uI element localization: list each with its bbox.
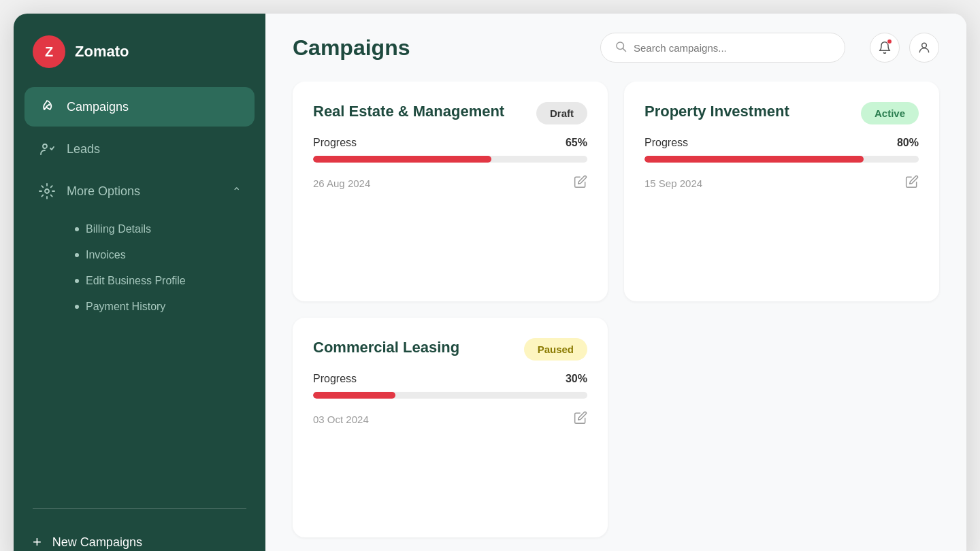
- brand-logo: Z: [33, 35, 65, 68]
- notification-button[interactable]: [870, 33, 900, 63]
- progress-bar-fill: [644, 156, 864, 163]
- campaign-card-property-investment: Property Investment Active Progress 80% …: [624, 82, 939, 301]
- edit-business-label: Edit Business Profile: [86, 275, 186, 287]
- notification-dot: [887, 39, 892, 44]
- progress-bar-bg: [313, 156, 587, 163]
- card-date: 26 Aug 2024: [313, 178, 370, 189]
- more-options-label: More Options: [67, 184, 140, 199]
- card-title: Property Investment: [644, 102, 850, 122]
- card-title: Real Estate & Management: [313, 102, 525, 122]
- progress-header: Progress 80%: [644, 137, 919, 149]
- progress-bar-bg: [644, 156, 919, 163]
- plus-icon: +: [33, 533, 42, 551]
- card-footer: 15 Sep 2024: [644, 175, 919, 191]
- submenu-dot: [75, 227, 79, 231]
- top-bar-icons: [870, 33, 939, 63]
- search-input[interactable]: [634, 42, 831, 54]
- progress-header: Progress 65%: [313, 137, 587, 149]
- top-bar: Campaigns: [265, 14, 966, 82]
- progress-section: Progress 30%: [313, 373, 587, 399]
- svg-point-5: [922, 43, 927, 48]
- search-bar[interactable]: [600, 33, 845, 63]
- progress-value: 80%: [897, 137, 919, 149]
- user-profile-button[interactable]: [909, 33, 939, 63]
- edit-campaign-button[interactable]: [905, 175, 919, 191]
- card-header: Commercial Leasing Paused: [313, 338, 587, 361]
- progress-header: Progress 30%: [313, 373, 587, 385]
- campaigns-grid: Real Estate & Management Draft Progress …: [265, 82, 966, 551]
- card-header: Property Investment Active: [644, 102, 919, 124]
- billing-details-label: Billing Details: [86, 223, 151, 235]
- progress-section: Progress 80%: [644, 137, 919, 163]
- leads-icon: [38, 140, 56, 158]
- submenu-dot: [75, 305, 79, 309]
- edit-campaign-button[interactable]: [574, 175, 587, 191]
- sidebar-header: Z Zomato: [14, 14, 265, 87]
- chevron-up-icon: ⌃: [232, 185, 241, 198]
- progress-bar-fill: [313, 392, 395, 399]
- campaign-card-real-estate: Real Estate & Management Draft Progress …: [293, 82, 608, 301]
- sidebar-item-leads[interactable]: Leads: [24, 129, 255, 169]
- payment-history-label: Payment History: [86, 301, 165, 313]
- card-title: Commercial Leasing: [313, 338, 513, 358]
- search-icon: [615, 40, 627, 55]
- more-options-submenu: Billing Details Invoices Edit Business P…: [24, 214, 255, 322]
- campaign-card-commercial-leasing: Commercial Leasing Paused Progress 30% 0…: [293, 318, 608, 537]
- submenu-dot: [75, 253, 79, 257]
- sidebar: Z Zomato Campaigns: [14, 14, 265, 551]
- sidebar-item-more-options[interactable]: More Options ⌃: [24, 171, 255, 211]
- svg-point-0: [48, 104, 50, 106]
- invoices-label: Invoices: [86, 249, 126, 261]
- progress-bar-fill: [313, 156, 491, 163]
- rocket-icon: [38, 98, 56, 116]
- sidebar-item-campaigns[interactable]: Campaigns: [24, 87, 255, 127]
- sidebar-subitem-billing[interactable]: Billing Details: [67, 216, 255, 242]
- progress-section: Progress 65%: [313, 137, 587, 163]
- edit-campaign-button[interactable]: [574, 411, 587, 427]
- sidebar-subitem-payment-history[interactable]: Payment History: [67, 294, 255, 320]
- page-title: Campaigns: [293, 35, 410, 61]
- progress-bar-bg: [313, 392, 587, 399]
- new-campaign-button[interactable]: + New Campaigns: [14, 520, 265, 551]
- progress-value: 65%: [566, 137, 587, 149]
- svg-line-4: [623, 48, 625, 51]
- progress-label: Progress: [313, 137, 357, 149]
- submenu-dot: [75, 279, 79, 283]
- svg-point-1: [43, 144, 47, 148]
- sidebar-subitem-edit-business[interactable]: Edit Business Profile: [67, 268, 255, 294]
- card-footer: 26 Aug 2024: [313, 175, 587, 191]
- card-header: Real Estate & Management Draft: [313, 102, 587, 124]
- sidebar-item-label-leads: Leads: [67, 142, 100, 156]
- sidebar-item-label-campaigns: Campaigns: [67, 100, 129, 114]
- sidebar-subitem-invoices[interactable]: Invoices: [67, 242, 255, 268]
- new-campaign-label: New Campaigns: [52, 535, 142, 550]
- progress-label: Progress: [644, 137, 688, 149]
- nav-section: Campaigns Leads: [14, 87, 265, 497]
- status-badge: Paused: [524, 338, 587, 361]
- main-content: Campaigns: [265, 14, 966, 551]
- status-badge: Active: [861, 102, 919, 124]
- card-date: 03 Oct 2024: [313, 414, 369, 425]
- progress-value: 30%: [566, 373, 587, 385]
- card-date: 15 Sep 2024: [644, 178, 702, 189]
- progress-label: Progress: [313, 373, 357, 385]
- svg-point-2: [45, 189, 49, 193]
- status-badge: Draft: [536, 102, 587, 124]
- card-footer: 03 Oct 2024: [313, 411, 587, 427]
- app-container: Z Zomato Campaigns: [14, 14, 966, 551]
- gear-icon: [38, 182, 56, 200]
- sidebar-divider: [33, 508, 246, 509]
- brand-name: Zomato: [75, 43, 129, 61]
